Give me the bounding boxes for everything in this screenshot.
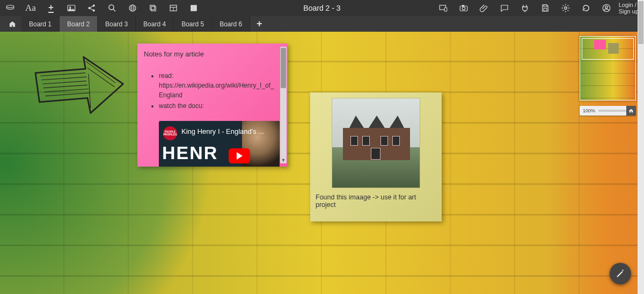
svg-rect-21	[544, 9, 547, 11]
window-scrollbar[interactable]	[638, 0, 644, 294]
note-title: Notes for my article	[144, 50, 276, 58]
tab-board-5[interactable]: Board 5	[174, 16, 212, 32]
add-tab-button[interactable]: +	[250, 16, 268, 32]
tab-board-6[interactable]: Board 6	[212, 16, 250, 32]
camera-icon[interactable]	[453, 0, 474, 16]
home-tab-icon[interactable]	[3, 16, 21, 32]
svg-point-22	[564, 7, 567, 10]
globe-icon[interactable]	[122, 0, 143, 16]
settings-icon[interactable]	[555, 0, 576, 16]
plugin-icon[interactable]	[515, 0, 535, 16]
video-big-text: HENR	[162, 142, 218, 163]
tab-board-1[interactable]: Board 1	[21, 16, 60, 32]
note-scrollbar[interactable]: ▲ ▼	[280, 47, 287, 163]
device-icon[interactable]	[433, 0, 453, 16]
list-item: watch the docu:	[159, 101, 276, 111]
scroll-thumb[interactable]	[638, 1, 643, 44]
svg-point-2	[70, 6, 71, 8]
video-embed[interactable]: PEOPLE PROFILES King Henry I - England's…	[159, 121, 280, 167]
svg-point-3	[89, 7, 90, 9]
svg-point-6	[109, 5, 114, 10]
chat-icon[interactable]	[494, 0, 515, 16]
svg-rect-12	[191, 5, 193, 11]
layout-icon[interactable]	[163, 0, 184, 16]
tab-board-3[interactable]: Board 3	[98, 16, 136, 32]
columns-icon[interactable]	[184, 0, 204, 16]
tab-board-4[interactable]: Board 4	[136, 16, 174, 32]
zoom-slider[interactable]	[598, 110, 626, 112]
copy-icon[interactable]	[143, 0, 163, 16]
tab-board-2[interactable]: Board 2	[60, 16, 98, 32]
zoom-label: 100%	[580, 108, 598, 113]
pasted-image[interactable]	[332, 98, 420, 188]
svg-point-0	[6, 5, 14, 8]
svg-rect-9	[151, 6, 156, 11]
note-bullet-list: read: https://en.wikipedia.org/wiki/Henr…	[144, 71, 276, 111]
share-icon[interactable]	[82, 0, 102, 16]
svg-rect-14	[195, 5, 196, 11]
app-menu-icon[interactable]	[0, 0, 20, 16]
note-caption: Found this imaage -> use it for art proj…	[316, 193, 436, 209]
scroll-down-icon[interactable]: ▼	[280, 157, 287, 163]
svg-rect-19	[462, 5, 464, 6]
list-item: read: https://en.wikipedia.org/wiki/Henr…	[159, 71, 276, 100]
top-toolbar: Aa + Board 2 - 3 Login / Sign up	[0, 0, 644, 16]
svg-rect-13	[193, 5, 195, 11]
video-title: King Henry I - England's ...	[181, 127, 264, 135]
user-icon[interactable]	[596, 0, 617, 16]
svg-point-18	[462, 7, 465, 10]
add-element-icon[interactable]: +	[41, 0, 61, 16]
text-tool-icon[interactable]: Aa	[20, 0, 41, 16]
attachment-icon[interactable]	[474, 0, 494, 16]
svg-rect-16	[444, 8, 447, 11]
minimap-viewport[interactable]	[582, 38, 634, 60]
channel-badge: PEOPLE PROFILES	[163, 126, 177, 140]
board-title: Board 2 - 3	[303, 4, 340, 12]
svg-point-5	[93, 10, 94, 11]
refresh-icon[interactable]	[576, 0, 596, 16]
scroll-thumb[interactable]	[281, 48, 286, 88]
minimap[interactable]	[580, 36, 636, 101]
edit-fab[interactable]	[610, 263, 631, 284]
zoom-control[interactable]: 100%	[580, 106, 636, 116]
signup-link[interactable]: Sign up	[619, 8, 639, 15]
save-icon[interactable]	[535, 0, 555, 16]
svg-point-24	[605, 6, 608, 9]
search-icon[interactable]	[102, 0, 122, 16]
zoom-reset-icon[interactable]	[626, 106, 636, 116]
board-tabs: Board 1 Board 2 Board 3 Board 4 Board 5 …	[0, 16, 644, 32]
sticky-note-yellow[interactable]: Found this imaage -> use it for art proj…	[310, 92, 442, 221]
image-tool-icon[interactable]	[61, 0, 82, 16]
arrow-drawing[interactable]	[30, 48, 131, 123]
svg-rect-10	[150, 5, 155, 10]
play-button-icon[interactable]	[229, 148, 250, 163]
svg-point-4	[93, 5, 94, 6]
sticky-note-pink[interactable]: Notes for my article read: https://en.wi…	[137, 44, 288, 167]
board-canvas[interactable]: Notes for my article read: https://en.wi…	[0, 32, 644, 294]
login-link[interactable]: Login /	[619, 2, 636, 8]
